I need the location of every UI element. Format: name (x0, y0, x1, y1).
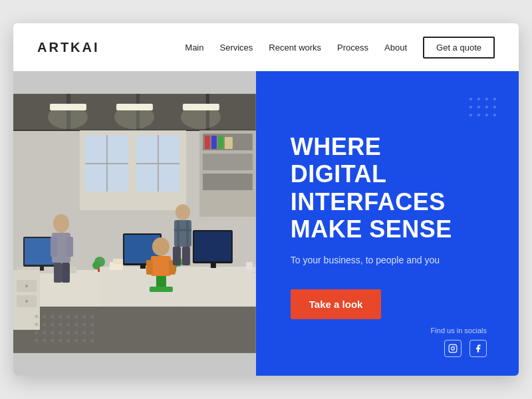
main-content: WHERE DIGITAL INTERFACES MAKE SENSE To y… (13, 71, 519, 376)
svg-rect-45 (54, 263, 62, 283)
svg-point-76 (43, 315, 46, 318)
svg-rect-74 (246, 262, 253, 270)
svg-rect-18 (136, 163, 180, 164)
svg-point-97 (82, 331, 86, 334)
svg-point-93 (51, 331, 54, 334)
svg-point-91 (35, 331, 38, 334)
navigation: Main Services Recent works Process About… (185, 37, 495, 59)
svg-rect-58 (151, 256, 171, 276)
svg-point-85 (51, 323, 54, 326)
svg-rect-63 (194, 231, 231, 261)
page-wrapper: ARTKAI Main Services Recent works Proces… (13, 23, 519, 376)
logo: ARTKAI (37, 40, 100, 55)
svg-rect-25 (218, 136, 223, 149)
hero-headline: WHERE DIGITAL INTERFACES MAKE SENSE (291, 133, 484, 243)
svg-point-9 (48, 105, 88, 129)
svg-point-78 (59, 315, 62, 318)
svg-point-96 (74, 331, 78, 334)
svg-rect-22 (203, 174, 253, 190)
nav-process[interactable]: Process (337, 43, 368, 53)
svg-point-65 (176, 204, 190, 220)
svg-rect-64 (211, 263, 216, 268)
svg-point-81 (82, 315, 86, 318)
svg-point-104 (74, 338, 78, 342)
svg-point-102 (59, 338, 62, 342)
svg-point-75 (35, 315, 38, 318)
svg-point-83 (35, 323, 38, 326)
header: ARTKAI Main Services Recent works Proces… (13, 23, 519, 71)
decorative-dots (469, 98, 499, 119)
browser-window: ARTKAI Main Services Recent works Proces… (13, 23, 519, 376)
facebook-icon[interactable] (469, 340, 487, 357)
svg-point-87 (66, 323, 70, 326)
nav-main[interactable]: Main (185, 43, 203, 53)
svg-point-92 (43, 331, 46, 334)
svg-point-101 (51, 338, 54, 342)
svg-point-10 (114, 105, 154, 129)
svg-rect-21 (203, 154, 253, 170)
svg-point-57 (152, 237, 170, 256)
hero-subtitle: To your business, to people and you (291, 255, 484, 265)
svg-point-106 (90, 338, 94, 342)
svg-point-39 (25, 285, 28, 287)
svg-rect-61 (176, 267, 256, 307)
svg-rect-32 (40, 267, 44, 271)
headline-line1: WHERE (291, 133, 382, 160)
svg-point-89 (82, 323, 86, 326)
svg-rect-59 (146, 260, 153, 275)
svg-point-77 (51, 315, 54, 318)
svg-point-100 (43, 338, 46, 342)
take-a-look-button[interactable]: Take a look (291, 289, 382, 319)
hero-panel: WHERE DIGITAL INTERFACES MAKE SENSE To y… (256, 71, 519, 376)
svg-rect-26 (225, 137, 233, 149)
svg-point-41 (53, 214, 69, 233)
svg-point-11 (181, 105, 221, 129)
find-us-label: Find us in socials (431, 327, 487, 334)
svg-rect-56 (150, 287, 173, 292)
instagram-icon[interactable] (444, 340, 462, 357)
svg-rect-24 (211, 136, 217, 149)
svg-rect-50 (140, 265, 146, 269)
svg-point-80 (74, 315, 78, 318)
headline-line2: DIGITAL INTERFACES (291, 160, 446, 215)
svg-point-94 (59, 331, 62, 334)
svg-point-103 (66, 338, 70, 342)
svg-rect-66 (174, 220, 192, 247)
svg-point-82 (90, 315, 94, 318)
svg-point-88 (74, 323, 78, 326)
social-section: Find us in socials (431, 327, 487, 357)
nav-services[interactable]: Services (219, 43, 253, 53)
headline-line3: MAKE SENSE (291, 215, 452, 243)
svg-point-105 (82, 338, 86, 342)
svg-rect-44 (66, 237, 73, 257)
svg-rect-27 (13, 307, 256, 353)
nav-recent-works[interactable]: Recent works (269, 43, 321, 53)
svg-rect-73 (113, 259, 123, 264)
svg-point-90 (90, 323, 94, 326)
svg-point-108 (452, 347, 455, 350)
get-quote-button[interactable]: Get a quote (423, 37, 495, 59)
svg-rect-46 (62, 263, 70, 283)
svg-point-99 (35, 338, 38, 342)
svg-point-79 (66, 315, 70, 318)
svg-point-109 (455, 346, 456, 346)
svg-rect-16 (85, 163, 128, 164)
social-icons-row (431, 340, 487, 357)
svg-point-95 (66, 331, 70, 334)
svg-rect-23 (205, 136, 210, 149)
svg-rect-71 (182, 247, 190, 265)
svg-rect-107 (449, 344, 457, 352)
nav-about[interactable]: About (384, 43, 407, 53)
svg-point-40 (25, 300, 28, 303)
office-image-panel (13, 71, 256, 376)
svg-point-98 (90, 331, 94, 334)
svg-point-86 (59, 323, 62, 326)
svg-rect-43 (51, 237, 57, 257)
svg-point-84 (43, 323, 46, 326)
svg-rect-70 (173, 247, 181, 265)
office-illustration (13, 71, 256, 376)
